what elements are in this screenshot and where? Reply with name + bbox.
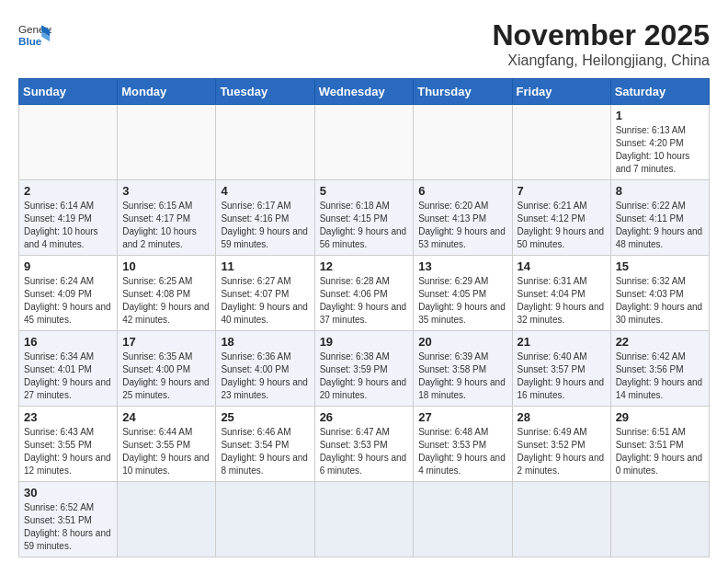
calendar-day-cell: 4Sunrise: 6:17 AM Sunset: 4:16 PM Daylig… xyxy=(216,180,314,256)
day-number: 29 xyxy=(616,410,704,424)
day-info: Sunrise: 6:35 AM Sunset: 4:00 PM Dayligh… xyxy=(122,350,210,402)
calendar-day-cell: 7Sunrise: 6:21 AM Sunset: 4:12 PM Daylig… xyxy=(512,180,610,256)
logo: General Blue xyxy=(18,18,51,52)
weekday-header-wednesday: Wednesday xyxy=(314,79,414,105)
day-number: 19 xyxy=(320,335,409,349)
day-number: 10 xyxy=(122,259,210,273)
day-info: Sunrise: 6:18 AM Sunset: 4:15 PM Dayligh… xyxy=(320,200,409,251)
day-info: Sunrise: 6:46 AM Sunset: 3:54 PM Dayligh… xyxy=(221,426,309,477)
calendar-day-cell xyxy=(314,482,414,557)
calendar-day-cell: 11Sunrise: 6:27 AM Sunset: 4:07 PM Dayli… xyxy=(216,256,314,331)
day-number: 26 xyxy=(320,410,409,424)
day-info: Sunrise: 6:42 AM Sunset: 3:56 PM Dayligh… xyxy=(616,350,704,402)
day-number: 25 xyxy=(221,410,309,424)
calendar-day-cell: 26Sunrise: 6:47 AM Sunset: 3:53 PM Dayli… xyxy=(314,407,414,482)
day-number: 30 xyxy=(24,486,112,500)
day-info: Sunrise: 6:39 AM Sunset: 3:58 PM Dayligh… xyxy=(418,350,506,402)
calendar-week-row: 2Sunrise: 6:14 AM Sunset: 4:19 PM Daylig… xyxy=(19,180,710,256)
calendar-day-cell: 25Sunrise: 6:46 AM Sunset: 3:54 PM Dayli… xyxy=(216,407,314,482)
day-number: 20 xyxy=(418,335,506,349)
calendar-day-cell: 21Sunrise: 6:40 AM Sunset: 3:57 PM Dayli… xyxy=(512,331,610,407)
day-number: 16 xyxy=(24,335,112,349)
day-info: Sunrise: 6:28 AM Sunset: 4:06 PM Dayligh… xyxy=(320,275,409,327)
day-info: Sunrise: 6:27 AM Sunset: 4:07 PM Dayligh… xyxy=(221,275,309,327)
day-number: 18 xyxy=(221,335,309,349)
day-number: 13 xyxy=(418,259,506,273)
calendar-day-cell: 9Sunrise: 6:24 AM Sunset: 4:09 PM Daylig… xyxy=(19,256,118,331)
calendar-day-cell: 29Sunrise: 6:51 AM Sunset: 3:51 PM Dayli… xyxy=(610,407,709,482)
day-info: Sunrise: 6:22 AM Sunset: 4:11 PM Dayligh… xyxy=(616,200,704,251)
calendar-day-cell: 15Sunrise: 6:32 AM Sunset: 4:03 PM Dayli… xyxy=(610,256,709,331)
calendar-table: SundayMondayTuesdayWednesdayThursdayFrid… xyxy=(18,78,710,557)
calendar-day-cell: 23Sunrise: 6:43 AM Sunset: 3:55 PM Dayli… xyxy=(19,407,118,482)
weekday-header-thursday: Thursday xyxy=(414,79,512,105)
calendar-day-cell: 13Sunrise: 6:29 AM Sunset: 4:05 PM Dayli… xyxy=(414,256,512,331)
calendar-day-cell: 14Sunrise: 6:31 AM Sunset: 4:04 PM Dayli… xyxy=(512,256,610,331)
day-info: Sunrise: 6:48 AM Sunset: 3:53 PM Dayligh… xyxy=(418,426,506,477)
calendar-day-cell: 27Sunrise: 6:48 AM Sunset: 3:53 PM Dayli… xyxy=(414,407,512,482)
day-info: Sunrise: 6:43 AM Sunset: 3:55 PM Dayligh… xyxy=(24,426,112,477)
calendar-week-row: 1Sunrise: 6:13 AM Sunset: 4:20 PM Daylig… xyxy=(19,105,710,180)
day-number: 8 xyxy=(616,184,704,198)
weekday-header-monday: Monday xyxy=(118,79,216,105)
calendar-day-cell: 10Sunrise: 6:25 AM Sunset: 4:08 PM Dayli… xyxy=(118,256,216,331)
day-info: Sunrise: 6:38 AM Sunset: 3:59 PM Dayligh… xyxy=(320,350,409,402)
calendar-day-cell: 17Sunrise: 6:35 AM Sunset: 4:00 PM Dayli… xyxy=(118,331,216,407)
day-info: Sunrise: 6:20 AM Sunset: 4:13 PM Dayligh… xyxy=(418,200,506,251)
day-number: 17 xyxy=(122,335,210,349)
calendar-day-cell: 5Sunrise: 6:18 AM Sunset: 4:15 PM Daylig… xyxy=(314,180,414,256)
calendar-day-cell xyxy=(610,482,709,557)
calendar-header: General Blue November 2025 Xiangfang, He… xyxy=(18,18,710,69)
calendar-day-cell: 30Sunrise: 6:52 AM Sunset: 3:51 PM Dayli… xyxy=(19,482,118,557)
day-info: Sunrise: 6:36 AM Sunset: 4:00 PM Dayligh… xyxy=(221,350,309,402)
calendar-day-cell xyxy=(414,482,512,557)
calendar-day-cell: 19Sunrise: 6:38 AM Sunset: 3:59 PM Dayli… xyxy=(314,331,414,407)
day-number: 22 xyxy=(616,335,704,349)
day-info: Sunrise: 6:49 AM Sunset: 3:52 PM Dayligh… xyxy=(518,426,606,477)
calendar-day-cell: 6Sunrise: 6:20 AM Sunset: 4:13 PM Daylig… xyxy=(414,180,512,256)
calendar-day-cell: 16Sunrise: 6:34 AM Sunset: 4:01 PM Dayli… xyxy=(19,331,118,407)
calendar-day-cell xyxy=(216,482,314,557)
calendar-week-row: 16Sunrise: 6:34 AM Sunset: 4:01 PM Dayli… xyxy=(19,331,710,407)
calendar-day-cell: 18Sunrise: 6:36 AM Sunset: 4:00 PM Dayli… xyxy=(216,331,314,407)
day-info: Sunrise: 6:52 AM Sunset: 3:51 PM Dayligh… xyxy=(24,501,112,553)
location-title: Xiangfang, Heilongjiang, China xyxy=(492,52,710,69)
weekday-header-friday: Friday xyxy=(512,79,610,105)
day-info: Sunrise: 6:51 AM Sunset: 3:51 PM Dayligh… xyxy=(616,426,704,477)
calendar-day-cell: 8Sunrise: 6:22 AM Sunset: 4:11 PM Daylig… xyxy=(610,180,709,256)
day-info: Sunrise: 6:31 AM Sunset: 4:04 PM Dayligh… xyxy=(518,275,606,327)
day-number: 2 xyxy=(24,184,112,198)
day-number: 11 xyxy=(221,259,309,273)
weekday-header-sunday: Sunday xyxy=(19,79,118,105)
calendar-week-row: 9Sunrise: 6:24 AM Sunset: 4:09 PM Daylig… xyxy=(19,256,710,331)
title-area: November 2025 Xiangfang, Heilongjiang, C… xyxy=(492,18,710,69)
day-info: Sunrise: 6:40 AM Sunset: 3:57 PM Dayligh… xyxy=(518,350,606,402)
day-number: 24 xyxy=(122,410,210,424)
day-info: Sunrise: 6:24 AM Sunset: 4:09 PM Dayligh… xyxy=(24,275,112,327)
day-info: Sunrise: 6:44 AM Sunset: 3:55 PM Dayligh… xyxy=(122,426,210,477)
day-info: Sunrise: 6:29 AM Sunset: 4:05 PM Dayligh… xyxy=(418,275,506,327)
day-info: Sunrise: 6:21 AM Sunset: 4:12 PM Dayligh… xyxy=(518,200,606,251)
weekday-header-row: SundayMondayTuesdayWednesdayThursdayFrid… xyxy=(19,79,710,105)
weekday-header-saturday: Saturday xyxy=(610,79,709,105)
day-number: 3 xyxy=(122,184,210,198)
day-number: 9 xyxy=(24,259,112,273)
day-info: Sunrise: 6:32 AM Sunset: 4:03 PM Dayligh… xyxy=(616,275,704,327)
day-number: 23 xyxy=(24,410,112,424)
calendar-day-cell xyxy=(414,105,512,180)
calendar-day-cell xyxy=(512,105,610,180)
day-info: Sunrise: 6:14 AM Sunset: 4:19 PM Dayligh… xyxy=(24,200,112,251)
logo-icon: General Blue xyxy=(18,18,51,52)
day-number: 6 xyxy=(418,184,506,198)
calendar-day-cell: 3Sunrise: 6:15 AM Sunset: 4:17 PM Daylig… xyxy=(118,180,216,256)
day-number: 28 xyxy=(518,410,606,424)
day-number: 12 xyxy=(320,259,409,273)
day-info: Sunrise: 6:47 AM Sunset: 3:53 PM Dayligh… xyxy=(320,426,409,477)
day-number: 5 xyxy=(320,184,409,198)
calendar-day-cell: 2Sunrise: 6:14 AM Sunset: 4:19 PM Daylig… xyxy=(19,180,118,256)
calendar-week-row: 23Sunrise: 6:43 AM Sunset: 3:55 PM Dayli… xyxy=(19,407,710,482)
day-number: 15 xyxy=(616,259,704,273)
calendar-day-cell xyxy=(19,105,118,180)
calendar-day-cell: 28Sunrise: 6:49 AM Sunset: 3:52 PM Dayli… xyxy=(512,407,610,482)
calendar-day-cell xyxy=(314,105,414,180)
